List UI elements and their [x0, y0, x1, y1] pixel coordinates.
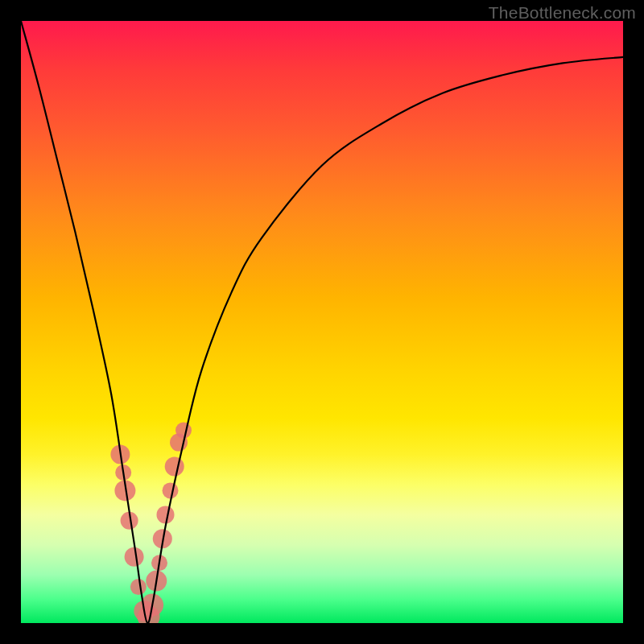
bottleneck-curve: [21, 21, 623, 623]
scatter-dot: [163, 482, 179, 498]
scatter-dot: [175, 423, 192, 439]
watermark-text: TheBottleneck.com: [489, 3, 636, 23]
outer-frame: TheBottleneck.com: [0, 0, 644, 644]
scatter-dot: [165, 457, 184, 477]
scatter-dots: [110, 423, 192, 623]
scatter-dot: [157, 506, 175, 523]
plot-area: [21, 21, 623, 623]
scatter-dot: [125, 547, 144, 567]
chart-svg: [21, 21, 623, 623]
scatter-dot: [130, 579, 147, 595]
